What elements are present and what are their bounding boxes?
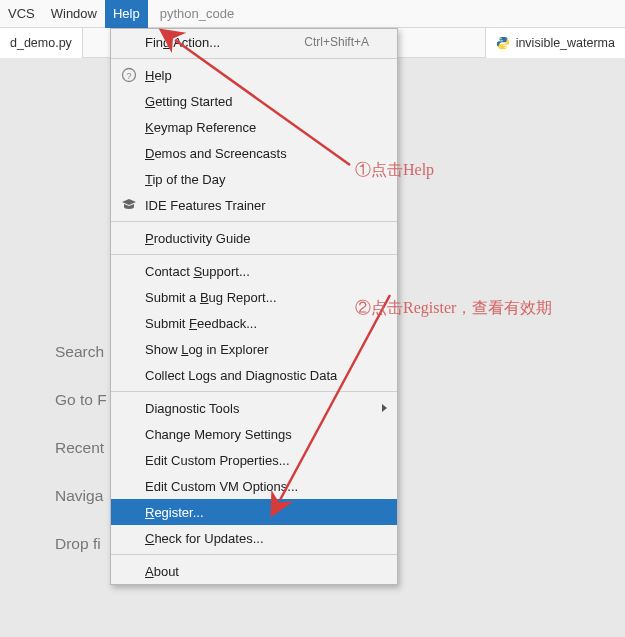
menu-getting-started[interactable]: Getting Started	[111, 88, 397, 114]
menu-ide-trainer[interactable]: IDE Features Trainer	[111, 192, 397, 218]
welcome-drop: Drop fi	[55, 520, 107, 568]
menu-collect-logs[interactable]: Collect Logs and Diagnostic Data	[111, 362, 397, 388]
tab-right-label: invisible_waterma	[516, 36, 615, 50]
separator	[111, 391, 397, 392]
menu-edit-properties[interactable]: Edit Custom Properties...	[111, 447, 397, 473]
menu-change-memory[interactable]: Change Memory Settings	[111, 421, 397, 447]
menu-help-item[interactable]: ? Help	[111, 62, 397, 88]
help-icon: ?	[121, 67, 137, 83]
submenu-arrow-icon	[382, 404, 387, 412]
menu-show-log[interactable]: Show Log in Explorer	[111, 336, 397, 362]
welcome-nav: Naviga	[55, 472, 107, 520]
python-file-icon	[496, 36, 510, 50]
annotation-1: ①点击Help	[355, 160, 434, 181]
separator	[111, 554, 397, 555]
tab-left-label: d_demo.py	[10, 36, 72, 50]
separator	[111, 58, 397, 59]
welcome-search: Search	[55, 328, 107, 376]
separator	[111, 254, 397, 255]
menu-register[interactable]: Register...	[111, 499, 397, 525]
tab-right[interactable]: invisible_waterma	[485, 28, 625, 58]
svg-point-1	[504, 46, 505, 47]
menu-contact-support[interactable]: Contact Support...	[111, 258, 397, 284]
separator	[111, 221, 397, 222]
menu-help[interactable]: Help	[105, 0, 148, 28]
svg-point-0	[500, 37, 501, 38]
svg-text:?: ?	[126, 71, 131, 81]
menubar: VCS Window Help python_code	[0, 0, 625, 28]
menu-keymap[interactable]: Keymap Reference	[111, 114, 397, 140]
menu-help-label: Help	[113, 6, 140, 21]
menu-edit-vm-options[interactable]: Edit Custom VM Options...	[111, 473, 397, 499]
menu-check-updates[interactable]: Check for Updates...	[111, 525, 397, 551]
menu-productivity[interactable]: Productivity Guide	[111, 225, 397, 251]
graduation-cap-icon	[121, 197, 137, 213]
menubar-context-text: python_code	[148, 0, 246, 28]
menu-vcs-label: VCS	[8, 6, 35, 21]
menu-window[interactable]: Window	[43, 0, 105, 28]
welcome-goto: Go to F	[55, 376, 107, 424]
menu-about[interactable]: About	[111, 558, 397, 584]
menu-diagnostic-tools[interactable]: Diagnostic Tools	[111, 395, 397, 421]
menu-window-label: Window	[51, 6, 97, 21]
welcome-panel: Search Go to F Recent Naviga Drop fi	[55, 328, 107, 568]
annotation-2: ②点击Register，查看有效期	[355, 298, 552, 319]
tab-left[interactable]: d_demo.py	[0, 28, 83, 58]
welcome-recent: Recent	[55, 424, 107, 472]
shortcut-find-action: Ctrl+Shift+A	[304, 35, 369, 49]
menu-vcs[interactable]: VCS	[0, 0, 43, 28]
menu-find-action[interactable]: Find Action... Ctrl+Shift+A	[111, 29, 397, 55]
